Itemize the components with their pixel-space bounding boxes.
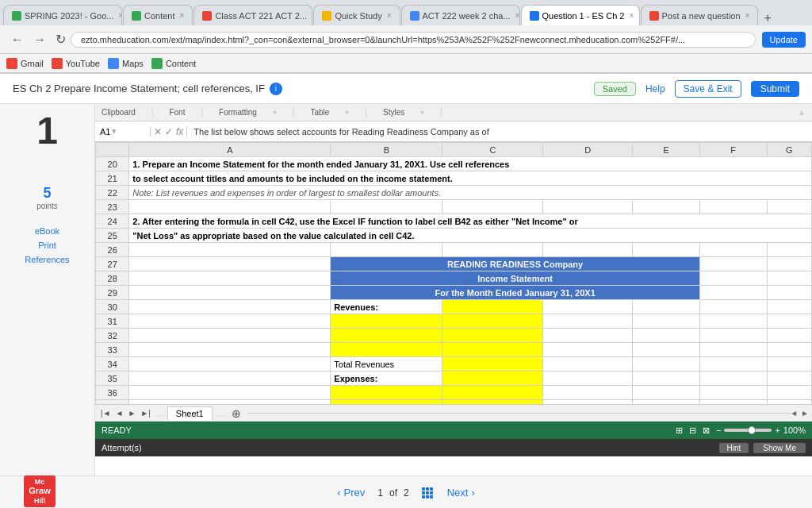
zoom-slider[interactable] [748,426,756,434]
cell-26E[interactable] [633,243,700,257]
cell-34C[interactable] [442,357,543,371]
hint-button[interactable]: Hint [719,443,749,453]
bookmark-gmail[interactable]: Gmail [6,58,44,69]
normal-view-icon[interactable]: ⊞ [676,425,683,436]
cell-27B[interactable]: READING READINESS Company [331,257,700,271]
cell-23D[interactable] [543,200,633,214]
next-button[interactable]: Next › [447,487,475,498]
cell-32F[interactable] [699,329,767,343]
zoom-out-icon[interactable]: − [716,425,721,435]
col-header-B[interactable]: B [331,143,442,157]
cell-26G[interactable] [767,243,811,257]
bookmark-youtube[interactable]: YouTube [52,58,100,69]
cell-reference[interactable]: A1 ▾ [95,126,151,137]
sheet-nav-next[interactable]: ► [125,409,138,418]
cell-32G[interactable] [767,329,811,343]
tab-question1[interactable]: Question 1 - ES Ch 2 × [521,5,640,25]
references-link[interactable]: References [25,255,69,264]
cell-26A[interactable] [129,243,331,257]
tab-post-question[interactable]: Post a new question × [641,5,759,25]
cell-33A[interactable] [129,343,331,357]
tab-close-class[interactable]: × [312,11,312,20]
scroll-right[interactable]: ► [801,409,809,418]
cell-24A[interactable]: 2. After entering the formula in cell C4… [129,214,812,229]
update-button[interactable]: Update [762,32,806,48]
address-bar[interactable]: ezto.mheducation.com/ext/map/index.html?… [71,32,756,48]
cell-23C[interactable] [442,200,543,214]
page-break-icon[interactable]: ⊠ [703,425,710,436]
tab-close-q1[interactable]: × [629,11,634,20]
tab-close-post[interactable]: × [745,11,750,20]
cell-36G[interactable] [767,386,811,400]
cell-26B[interactable] [331,243,442,257]
cell-26F[interactable] [699,243,767,257]
cell-34G[interactable] [767,357,811,371]
sheet-tab-sheet1[interactable]: Sheet1 [167,406,213,421]
print-link[interactable]: Print [38,241,56,250]
cell-28B[interactable]: Income Statement [331,271,700,286]
cell-36B[interactable] [331,386,442,400]
cell-26C[interactable] [442,243,543,257]
cell-30B[interactable]: Revenues: [331,300,442,314]
cell-35D[interactable] [543,371,633,386]
forward-button[interactable]: → [29,31,51,48]
cell-32C[interactable] [442,329,543,343]
cell-29B[interactable]: For the Month Ended January 31, 20X1 [331,286,700,300]
cell-35C[interactable] [442,371,543,386]
cell-33C[interactable] [442,343,543,357]
cell-28G[interactable] [767,271,811,286]
show-me-button[interactable]: Show Me [753,443,806,453]
cell-34F[interactable] [699,357,767,371]
cell-27A[interactable] [129,257,331,271]
cell-31D[interactable] [543,314,633,329]
cell-35B[interactable]: Expenses: [331,371,442,386]
tab-close-act222[interactable]: × [515,11,520,20]
cell-36E[interactable] [633,386,700,400]
cell-21A[interactable]: to select account titles and amounts to … [129,171,812,186]
cell-22A[interactable]: Note: List revenues and expenses in orde… [129,186,812,200]
cell-32B[interactable] [331,329,442,343]
cell-32A[interactable] [129,329,331,343]
cell-31G[interactable] [767,314,811,329]
cell-31B[interactable] [331,314,442,329]
formula-content[interactable]: The list below shows select accounts for… [187,127,812,137]
cell-33E[interactable] [633,343,700,357]
cell-30E[interactable] [633,300,700,314]
cell-31F[interactable] [699,314,767,329]
bookmark-content[interactable]: Content [151,58,197,69]
scroll-left[interactable]: ◄ [790,409,798,418]
cell-23G[interactable] [767,200,811,214]
new-tab-button[interactable]: + [759,11,776,25]
col-header-A[interactable]: A [129,143,331,157]
sheet-nav-first[interactable]: |◄ [98,409,113,418]
tab-class-act[interactable]: Class ACT 221 ACT 2... × [193,5,312,25]
cell-35G[interactable] [767,371,811,386]
cell-23A[interactable] [129,200,331,214]
cell-32E[interactable] [633,329,700,343]
cell-36D[interactable] [543,386,633,400]
cell-28A[interactable] [129,271,331,286]
cell-33G[interactable] [767,343,811,357]
cell-36C[interactable] [442,386,543,400]
prev-button[interactable]: ‹ Prev [337,487,365,498]
grid-view-icon[interactable] [422,487,435,498]
cell-35E[interactable] [633,371,700,386]
cell-33B[interactable] [331,343,442,357]
cell-26D[interactable] [543,243,633,257]
cell-27F[interactable] [699,257,767,271]
cell-23F[interactable] [699,200,767,214]
cell-20A[interactable]: 1. Prepare an Income Statement for the m… [129,157,812,171]
info-icon[interactable]: i [270,83,282,95]
sheet-nav-last[interactable]: ►| [138,409,153,418]
cell-23E[interactable] [633,200,700,214]
col-header-D[interactable]: D [543,143,633,157]
cell-33D[interactable] [543,343,633,357]
cell-30G[interactable] [767,300,811,314]
cell-30D[interactable] [543,300,633,314]
cell-29F[interactable] [699,286,767,300]
cell-29G[interactable] [767,286,811,300]
cell-23B[interactable] [331,200,442,214]
bookmark-maps[interactable]: Maps [108,58,144,69]
cell-31A[interactable] [129,314,331,329]
cell-36A[interactable] [129,386,331,400]
